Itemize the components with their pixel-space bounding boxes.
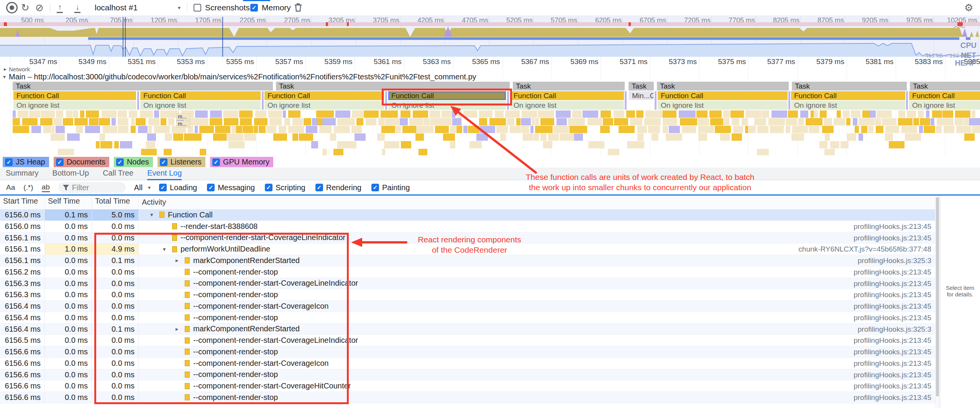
history-dropdown[interactable]: localhost #1 bbox=[95, 0, 138, 15]
category-filter-loading[interactable]: ✓Loading bbox=[159, 183, 197, 192]
ignore-list-bar[interactable]: On ignore list bbox=[791, 101, 905, 110]
column-activity[interactable]: Activity bbox=[139, 196, 935, 209]
flame-block bbox=[223, 110, 238, 118]
record-button[interactable] bbox=[6, 0, 18, 15]
self-time-cell: 0.0 ms bbox=[45, 369, 92, 380]
task-bar[interactable]: Task bbox=[657, 82, 789, 90]
ignore-list-bar[interactable]: On ignore list bbox=[13, 101, 136, 110]
source-location-link[interactable]: profilingHooks.js:213:45 bbox=[854, 289, 931, 300]
category-checkbox[interactable]: ✓ bbox=[265, 184, 272, 191]
column-total-time[interactable]: Total Time bbox=[92, 196, 139, 209]
collect-garbage-button[interactable] bbox=[294, 0, 303, 15]
source-location-link[interactable]: profilingHooks.js:213:45 bbox=[854, 278, 931, 289]
task-bar[interactable]: Task bbox=[629, 82, 654, 90]
settings-button[interactable]: ⚙ bbox=[964, 0, 973, 15]
function-call-bar[interactable]: Function Call bbox=[909, 91, 980, 100]
clear-recording-button[interactable]: ⊘ bbox=[35, 0, 44, 15]
legend-checkbox[interactable]: ✓ bbox=[5, 158, 13, 166]
category-filter-scripting[interactable]: ✓Scripting bbox=[265, 183, 305, 192]
flame-bar-truncated[interactable]: m... bbox=[176, 114, 190, 120]
task-bar[interactable]: Task bbox=[13, 82, 273, 90]
source-location-link[interactable]: profilingHooks.js:213:45 bbox=[854, 346, 931, 357]
function-call-bar[interactable]: Function Call bbox=[264, 91, 384, 100]
source-location-link[interactable]: profilingHooks.js:213:45 bbox=[854, 221, 931, 232]
source-location-link[interactable]: profilingHooks.js:213:45 bbox=[854, 392, 931, 403]
source-location-link[interactable]: profilingHooks.js:213:45 bbox=[854, 312, 931, 323]
source-location-link[interactable]: profilingHooks.js:213:45 bbox=[854, 267, 931, 278]
event-row[interactable]: 6156.0 ms0.0 ms0.0 ms--render-start-8388… bbox=[0, 221, 935, 232]
legend-item-nodes[interactable]: ✓Nodes bbox=[114, 157, 153, 167]
category-checkbox[interactable]: ✓ bbox=[207, 184, 215, 191]
regex-button[interactable]: (.*) bbox=[23, 183, 33, 192]
minor-gc-bar[interactable]: Min...GC bbox=[629, 91, 653, 100]
main-track-header[interactable]: ▾ Main – http://localhost:3000/github/co… bbox=[3, 72, 476, 81]
save-profile-button[interactable]: ↓ bbox=[74, 0, 80, 15]
source-location-link[interactable]: profilingHooks.js:325:3 bbox=[858, 324, 931, 335]
ruler-label: 5383 ms bbox=[889, 58, 943, 66]
legend-checkbox[interactable]: ✓ bbox=[116, 158, 124, 166]
source-location-link[interactable]: profilingHooks.js:213:45 bbox=[854, 380, 931, 392]
expand-arrow-icon[interactable]: ▾ bbox=[150, 211, 159, 218]
flame-bar-truncated[interactable]: m... bbox=[176, 121, 190, 127]
tab-summary[interactable]: Summary bbox=[6, 168, 39, 180]
timeline-ruler[interactable]: 5347 ms5349 ms5351 ms5353 ms5355 ms5357 … bbox=[0, 57, 980, 66]
ignore-list-bar[interactable]: On ignore list bbox=[264, 101, 384, 110]
function-call-bar[interactable]: Function Call bbox=[791, 91, 905, 100]
screenshots-checkbox[interactable] bbox=[194, 4, 201, 12]
source-location-link[interactable]: profilingHooks.js:325:3 bbox=[858, 255, 931, 266]
match-case-button[interactable]: Aa bbox=[6, 183, 15, 192]
function-call-bar[interactable]: Function Call bbox=[140, 91, 261, 100]
network-track-header[interactable]: ▸ Network bbox=[4, 66, 30, 72]
legend-checkbox[interactable]: ✓ bbox=[56, 158, 64, 166]
load-profile-button[interactable]: ↑ bbox=[57, 0, 63, 15]
ignore-list-bar[interactable]: On ignore list bbox=[658, 101, 788, 110]
source-location-link[interactable]: profilingHooks.js:213:45 bbox=[854, 358, 931, 369]
filter-input[interactable]: Filter bbox=[58, 182, 126, 193]
tab-call-tree[interactable]: Call Tree bbox=[103, 168, 133, 180]
ignore-list-bar[interactable]: On ignore list bbox=[140, 101, 261, 110]
category-filter-painting[interactable]: ✓Painting bbox=[371, 183, 410, 192]
legend-item-listeners[interactable]: ✓Listeners bbox=[158, 157, 205, 167]
tab-event-log[interactable]: Event Log bbox=[147, 168, 182, 180]
screenshots-toggle[interactable]: Screenshots bbox=[194, 0, 250, 15]
task-bar[interactable]: Task bbox=[513, 82, 625, 90]
main-thread-flame-chart[interactable]: ▸ Network ▾ Main – http://localhost:3000… bbox=[0, 66, 980, 156]
memory-checkbox[interactable]: ✓ bbox=[250, 4, 258, 12]
source-location-link[interactable]: chunk-RY6NLCXT.js?v=45b65f6b:377:48 bbox=[798, 243, 931, 255]
function-call-bar[interactable]: Function Call bbox=[658, 91, 788, 100]
legend-item-gpu-memory[interactable]: ✓GPU Memory bbox=[210, 157, 273, 167]
history-dropdown-caret[interactable]: ▾ bbox=[178, 0, 181, 15]
column-self-time[interactable]: Self Time bbox=[45, 196, 92, 209]
category-checkbox[interactable]: ✓ bbox=[159, 184, 167, 191]
legend-checkbox[interactable]: ✓ bbox=[160, 158, 167, 166]
event-row[interactable]: 6156.0 ms0.1 ms5.0 ms▾Function Call bbox=[0, 209, 935, 221]
column-start-time[interactable]: Start Time ▲ bbox=[0, 196, 45, 209]
category-filter-rendering[interactable]: ✓Rendering bbox=[315, 183, 361, 192]
narrow-task-sliver bbox=[788, 91, 790, 110]
task-bar[interactable]: Task bbox=[792, 82, 907, 90]
function-call-bar[interactable]: Function Call bbox=[511, 91, 624, 100]
whole-word-button[interactable]: ab bbox=[42, 183, 50, 192]
ignore-list-bar[interactable]: On ignore list bbox=[909, 101, 980, 110]
duration-filter-dropdown[interactable]: All ▾ bbox=[134, 183, 151, 192]
flame-block bbox=[698, 126, 714, 133]
category-filter-messaging[interactable]: ✓Messaging bbox=[207, 183, 255, 192]
timeline-overview[interactable]: 500 ms205 ms705 ms1205 ms1705 ms2205 ms2… bbox=[0, 15, 980, 57]
source-location-link[interactable]: profilingHooks.js:213:45 bbox=[854, 335, 931, 346]
ignore-list-bar[interactable]: On ignore list bbox=[511, 101, 624, 110]
event-log-header[interactable]: Start Time ▲ Self Time Total Time Activi… bbox=[0, 196, 935, 210]
legend-item-documents[interactable]: ✓Documents bbox=[54, 157, 109, 167]
category-checkbox[interactable]: ✓ bbox=[315, 184, 323, 191]
tab-bottom-up[interactable]: Bottom-Up bbox=[53, 168, 89, 180]
memory-toggle[interactable]: ✓ Memory bbox=[250, 0, 291, 15]
source-location-link[interactable]: profilingHooks.js:213:45 bbox=[854, 369, 931, 380]
source-location-link[interactable]: profilingHooks.js:213:45 bbox=[854, 301, 931, 312]
source-location-link[interactable]: profilingHooks.js:213:45 bbox=[854, 232, 931, 243]
category-checkbox[interactable]: ✓ bbox=[371, 184, 379, 191]
function-call-bar[interactable]: Function Call bbox=[13, 91, 136, 100]
task-bar[interactable]: Task bbox=[910, 82, 980, 90]
reload-and-record-button[interactable]: ↻ bbox=[21, 0, 30, 15]
legend-item-js-heap[interactable]: ✓JS Heap bbox=[3, 157, 49, 167]
legend-checkbox[interactable]: ✓ bbox=[212, 158, 220, 166]
scrollbar-thumb[interactable] bbox=[936, 197, 939, 396]
